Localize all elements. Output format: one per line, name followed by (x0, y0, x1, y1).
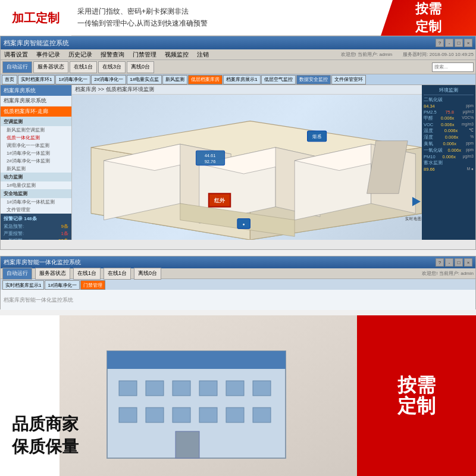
toolbar-offline-0[interactable]: 离线0台 (127, 61, 154, 73)
tab-file-room[interactable]: 文件保管室环 (331, 75, 366, 84)
win1-top-nav: 首页 实时档案库环1 1#消毒净化一 2#消毒净化一 1#电量实点监 新风监测 … (1, 74, 475, 85)
svg-text:烟感: 烟感 (312, 134, 322, 139)
win1-breadcrumb: 档案库房 >> 低质档案库环境监测 (72, 85, 422, 95)
bottom-banner: 品质商家 保质保量 按需 定制 (0, 315, 476, 476)
win2-nav: 实时档案库监示1 1#消毒净化一 门禁管理 (1, 279, 475, 290)
svg-rect-38 (173, 408, 190, 422)
svg-rect-34 (226, 381, 244, 396)
top-red-badge: 按需定制 (381, 0, 476, 36)
sidebar-item-display[interactable]: 档案库房展示系统 (1, 96, 71, 107)
tab-archive-display[interactable]: 档案库房展示1 (223, 75, 260, 84)
win1-content: 档案库房系统 档案库房展示系统 低质档案库环·走廊 空调监测 新风监测空调监测 … (1, 85, 475, 240)
win2-maximize[interactable]: □ (455, 258, 463, 267)
bottom-right-badge: 按需 定制 (357, 315, 476, 476)
env-water: 蓄水监测 (424, 160, 474, 166)
tab-data-security[interactable]: 数据安全监控 (296, 75, 331, 84)
win2-online2[interactable]: 在线1台 (104, 268, 131, 280)
svg-rect-29 (107, 351, 286, 369)
svg-text:92.76: 92.76 (205, 159, 216, 164)
win2-help[interactable]: ? (436, 258, 444, 267)
brand-name: 加工定制 (12, 11, 60, 25)
search-input[interactable] (432, 62, 474, 72)
menu-item-events[interactable]: 事件记录 (35, 51, 62, 59)
win2-auto-run[interactable]: 自动运行 (2, 268, 32, 280)
sidebar-sub-fresh[interactable]: 新风监测空调监测 (1, 126, 71, 134)
bottom-banner-inner: 品质商家 保质保量 按需 定制 (0, 315, 476, 476)
svg-rect-30 (119, 381, 137, 396)
top-badge-text: 按需定制 (415, 0, 441, 36)
svg-rect-40 (226, 408, 244, 422)
floor-plan-bg: 烟感 红外 44.61 92.76 ● (72, 95, 422, 240)
bottom-left-area: 品质商家 保质保量 (12, 413, 79, 458)
tab-air-ctrl[interactable]: 低层空气监控 (261, 75, 296, 84)
win2-tab-realtime[interactable]: 实时档案库监示1 (2, 280, 44, 290)
env-pm25: PM2.5 75.8 μg/m3 (424, 109, 474, 115)
sidebar-section-ac: 空调监测 (1, 117, 71, 126)
app-window-2: 档案库房智能一体化监控系统 ? - □ × 自动运行 服务器状态 在线1台 在线… (0, 256, 476, 309)
svg-text:44.61: 44.61 (205, 153, 216, 158)
sidebar-sub-dis2[interactable]: 2#消毒净化一体监测 (1, 157, 71, 165)
env-voc: VOC 0.006x mg/m3 (424, 122, 474, 127)
outer-container: 加工定制 采用进门指纹、密码+刷卡探测非法 一传输到管理中心,从而达到快速准确预… (0, 0, 476, 476)
win1-controls: ? - □ × (436, 39, 472, 47)
env-co2-val: 84.34 ppm (424, 104, 474, 109)
env-humidity: 湿度 0.006x % (424, 134, 474, 140)
sidebar-sub-low[interactable]: 低质一体化监测 (1, 134, 71, 142)
tab-realtime[interactable]: 实时档案库环1 (18, 75, 55, 84)
svg-text:实时地图: 实时地图 (405, 217, 421, 221)
floor-plan-area: 烟感 红外 44.61 92.76 ● (72, 95, 422, 240)
sidebar-header: 档案库房系统 (1, 85, 71, 96)
win2-minimize[interactable]: - (445, 258, 453, 267)
sidebar-sub-dis3[interactable]: 1#消毒净化一体机监测 (1, 198, 71, 206)
sidebar-sub-purify[interactable]: 调滑净化一一体监测 (1, 142, 71, 149)
menu-item-video[interactable]: 视频监控 (163, 51, 190, 59)
toolbar-online-1[interactable]: 在线1台 (70, 61, 97, 73)
tab-home[interactable]: 首页 (2, 75, 17, 84)
sidebar-sub-file[interactable]: 文件管理室 (1, 206, 71, 214)
minimize-button[interactable]: - (445, 39, 453, 47)
win2-server[interactable]: 服务器状态 (35, 268, 70, 280)
tab-disinfect2[interactable]: 2#消毒净化一 (91, 75, 126, 84)
brand-left: 加工定制 (0, 0, 71, 36)
help-button[interactable]: ? (436, 39, 444, 47)
svg-rect-32 (173, 381, 190, 396)
svg-rect-35 (253, 381, 271, 396)
sidebar-sub-fresh2[interactable]: 新风监测 (1, 165, 71, 173)
svg-text:红外: 红外 (214, 198, 226, 203)
menu-item-history[interactable]: 历史记录 (67, 51, 94, 59)
toolbar-online-3[interactable]: 在线3台 (98, 61, 126, 73)
alert-section: 报警记录 148条 紧急预警: 9条 严重报警: 1条 一般报警: 23条 (1, 214, 71, 240)
win2-offline[interactable]: 离线0台 (134, 268, 161, 280)
toolbar-server-status[interactable]: 服务器状态 (33, 61, 68, 73)
menu-item-access[interactable]: 门禁管理 (131, 51, 158, 59)
win2-tab-access[interactable]: 门禁管理 (80, 280, 105, 290)
svg-rect-39 (199, 408, 217, 422)
app-window-1: 档案库房智能监控系统 ? - □ × 调看设置 事件记录 历史记录 报警查询 门… (0, 36, 476, 250)
win2-close[interactable]: × (464, 258, 472, 267)
menu-item-config[interactable]: 调看设置 (2, 51, 30, 59)
win2-toolbar-extra: 档案库房智能一体化监控系统 (4, 296, 73, 304)
svg-rect-37 (146, 408, 164, 422)
alert-general: 一般报警: 23条 (4, 237, 68, 240)
tab-low-archive[interactable]: 低层档案库房 (188, 75, 223, 84)
bottom-badge-line2: 定制 (397, 396, 436, 416)
tab-electric[interactable]: 1#电量实点监 (127, 75, 162, 84)
win2-tab-disinfect[interactable]: 1#消毒净化一 (45, 280, 80, 290)
menu-item-logout[interactable]: 注销 (195, 51, 211, 59)
win2-online1[interactable]: 在线1台 (73, 268, 101, 280)
tab-fresh-air[interactable]: 新风监测 (162, 75, 187, 84)
sidebar-section-power: 动力监测 (1, 173, 71, 181)
alert-urgent: 紧急预警: 9条 (4, 223, 68, 230)
menu-item-alarm[interactable]: 报警查询 (99, 51, 126, 59)
tab-disinfect1[interactable]: 1#消毒净化一 (55, 75, 90, 84)
env-co: 一氧化碳 0.006x ppm (424, 148, 474, 154)
sidebar-sub-elec[interactable]: 1#电量仪监测 (1, 181, 71, 189)
win1-titlebar: 档案库房智能监控系统 ? - □ × (1, 36, 475, 49)
win2-content: 档案库房智能一体化监控系统 (1, 290, 475, 310)
maximize-button[interactable]: □ (455, 39, 463, 47)
close-button[interactable]: × (464, 39, 472, 47)
win2-title: 档案库房智能一体化监控系统 (4, 258, 81, 267)
toolbar-auto-run[interactable]: 自动运行 (2, 61, 32, 73)
sidebar-item-selected[interactable]: 低质档案库环·走廊 (1, 107, 71, 117)
sidebar-sub-dis1[interactable]: 1#消毒净化一体监测 (1, 149, 71, 157)
